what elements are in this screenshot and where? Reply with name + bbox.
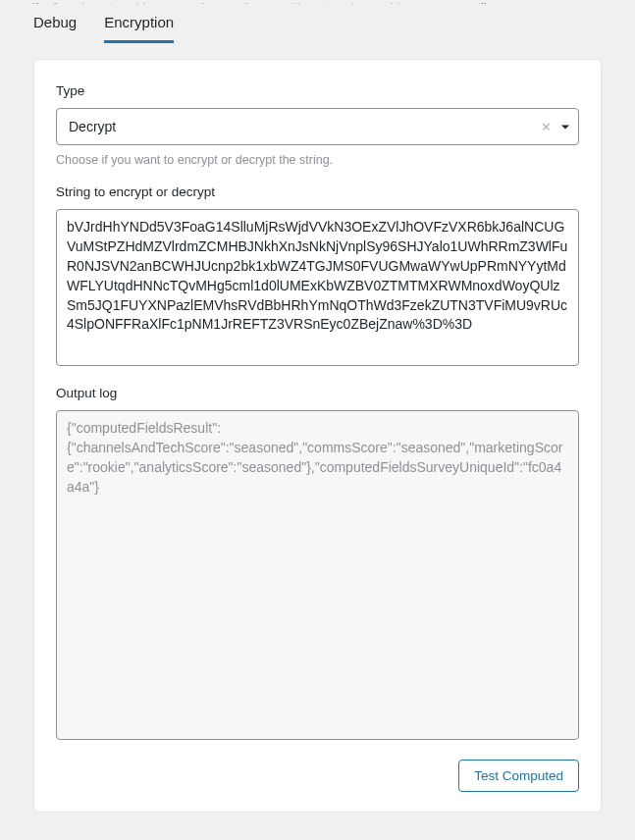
output-log[interactable] — [56, 410, 579, 740]
context-hint-prefix: If a form is not working correctly, use … — [31, 0, 460, 4]
type-helper: Choose if you want to encrypt or decrypt… — [56, 153, 579, 167]
tab-debug[interactable]: Debug — [33, 14, 77, 43]
tab-encryption[interactable]: Encryption — [104, 14, 174, 43]
output-label: Output log — [56, 386, 579, 400]
type-select-value: Decrypt — [56, 108, 579, 145]
string-input[interactable] — [56, 209, 579, 366]
string-label: String to encrypt or decrypt — [56, 184, 579, 199]
context-hint-suffix: easily. — [460, 0, 496, 4]
clear-icon[interactable]: ✕ — [541, 121, 552, 133]
encryption-panel: Type Decrypt ✕ Choose if you want to enc… — [33, 59, 602, 813]
output-group: Output log — [56, 386, 579, 744]
type-group: Type Decrypt ✕ Choose if you want to enc… — [56, 83, 579, 167]
type-label: Type — [56, 83, 579, 98]
chevron-down-icon[interactable] — [559, 121, 571, 132]
test-computed-button[interactable]: Test Computed — [458, 760, 579, 792]
tabs: Debug Encryption — [0, 4, 635, 43]
string-group: String to encrypt or decrypt — [56, 184, 579, 370]
button-row: Test Computed — [56, 760, 579, 792]
type-select[interactable]: Decrypt ✕ — [56, 108, 579, 145]
type-select-icons: ✕ — [541, 121, 571, 133]
